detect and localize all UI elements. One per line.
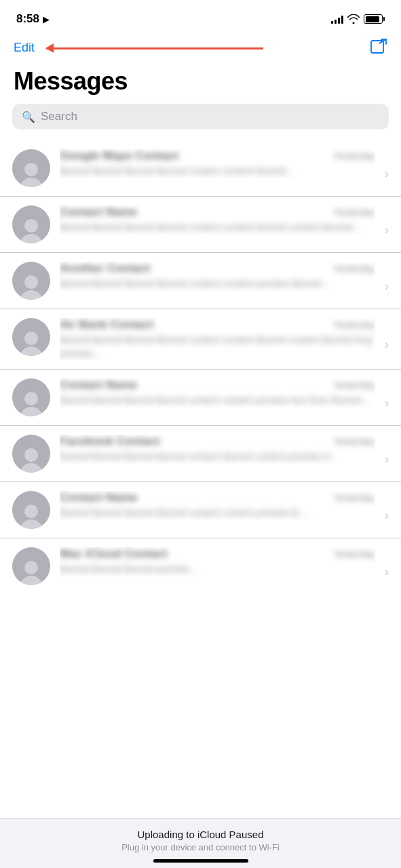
message-header-3: Another Contact Yesterday xyxy=(60,262,375,275)
avatar-6 xyxy=(12,435,50,473)
message-name-7: Contact Name xyxy=(60,491,328,505)
message-content-2: Contact Name Yesterday blurred blurred b… xyxy=(60,205,375,235)
location-icon: ▶ xyxy=(43,14,50,24)
message-preview-5: blurred blurred blurred blurred content … xyxy=(60,394,375,408)
avatar-person-icon xyxy=(20,163,43,187)
message-item-3[interactable]: Another Contact Yesterday blurred blurre… xyxy=(0,253,401,309)
message-preview-3: blurred blurred blurred blurred content … xyxy=(60,277,375,291)
arrow-head-icon xyxy=(45,43,54,53)
avatar-person-icon xyxy=(20,561,43,585)
message-time-4: Yesterday xyxy=(333,319,375,330)
wifi-icon xyxy=(347,14,360,24)
message-item-5[interactable]: Contact Name Yesterday blurred blurred b… xyxy=(0,370,401,426)
avatar-person-icon xyxy=(20,219,43,243)
message-time-5: Yesterday xyxy=(333,380,375,391)
message-time-1: Yesterday xyxy=(333,151,375,161)
message-content-4: Air Bank Contact Yesterday blurred blurr… xyxy=(60,318,375,360)
message-time-6: Yesterday xyxy=(333,436,375,447)
battery-icon xyxy=(364,14,385,24)
page-title: Messages xyxy=(0,63,401,104)
message-time-2: Yesterday xyxy=(333,207,375,218)
message-preview-6: blurred blurred blurred blurred content … xyxy=(60,450,375,464)
status-time: 8:58 xyxy=(16,12,39,26)
signal-bars-icon xyxy=(331,14,343,24)
search-bar[interactable]: 🔍 Search xyxy=(12,104,389,130)
message-name-4: Air Bank Contact xyxy=(60,318,328,332)
chevron-icon-1: › xyxy=(385,167,389,181)
search-placeholder: Search xyxy=(41,110,77,123)
message-item-7[interactable]: Contact Name Yesterday blurred blurred b… xyxy=(0,482,401,538)
avatar-7 xyxy=(12,491,50,529)
avatar-3 xyxy=(12,262,50,300)
chevron-icon-2: › xyxy=(385,223,389,237)
avatar-2 xyxy=(12,205,50,243)
avatar-1 xyxy=(12,149,50,187)
avatar-person-icon xyxy=(20,505,43,529)
message-content-5: Contact Name Yesterday blurred blurred b… xyxy=(60,378,375,408)
message-item-4[interactable]: Air Bank Contact Yesterday blurred blurr… xyxy=(0,309,401,370)
message-item-1[interactable]: Google Maps Contact Yesterday blurred bl… xyxy=(0,140,401,197)
message-content-7: Contact Name Yesterday blurred blurred b… xyxy=(60,491,375,520)
message-name-8: Mac iCloud Contact xyxy=(60,547,328,561)
edit-button[interactable]: Edit xyxy=(14,41,35,55)
message-preview-1: blurred blurred blurred blurred content … xyxy=(60,165,375,178)
chevron-icon-6: › xyxy=(385,452,389,467)
message-preview-7: blurred blurred blurred blurred content … xyxy=(60,507,375,520)
avatar-person-icon xyxy=(20,332,43,356)
message-preview-8: blurred blurred blurred preview... xyxy=(60,563,375,576)
message-content-6: Facebook Contact Yesterday blurred blurr… xyxy=(60,435,375,464)
chevron-icon-4: › xyxy=(385,338,389,352)
messages-list: Google Maps Contact Yesterday blurred bl… xyxy=(0,140,401,594)
message-preview-2: blurred blurred blurred blurred content … xyxy=(60,221,375,235)
message-time-3: Yesterday xyxy=(333,263,375,274)
message-header-8: Mac iCloud Contact Yesterday xyxy=(60,547,375,561)
avatar-4 xyxy=(12,318,50,356)
avatar-person-icon xyxy=(20,448,43,473)
chevron-icon-5: › xyxy=(385,396,389,410)
chevron-icon-7: › xyxy=(385,509,389,523)
message-name-2: Contact Name xyxy=(60,205,328,219)
home-indicator xyxy=(153,859,248,863)
message-header-2: Contact Name Yesterday xyxy=(60,205,375,219)
message-content-3: Another Contact Yesterday blurred blurre… xyxy=(60,262,375,291)
arrow-annotation xyxy=(46,45,277,52)
avatar-5 xyxy=(12,378,50,416)
message-preview-4: blurred blurred blurred blurred content … xyxy=(60,334,375,360)
message-header-5: Contact Name Yesterday xyxy=(60,378,375,392)
message-item-6[interactable]: Facebook Contact Yesterday blurred blurr… xyxy=(0,426,401,482)
message-name-6: Facebook Contact xyxy=(60,435,328,448)
avatar-8 xyxy=(12,547,50,585)
message-header-7: Contact Name Yesterday xyxy=(60,491,375,505)
message-time-8: Yesterday xyxy=(333,549,375,559)
message-header-4: Air Bank Contact Yesterday xyxy=(60,318,375,332)
message-header-6: Facebook Contact Yesterday xyxy=(60,435,375,448)
nav-bar: Edit xyxy=(0,35,401,63)
avatar-person-icon xyxy=(20,392,43,416)
message-content-8: Mac iCloud Contact Yesterday blurred blu… xyxy=(60,547,375,576)
status-icons xyxy=(331,14,385,24)
compose-button[interactable] xyxy=(370,38,387,58)
message-content-1: Google Maps Contact Yesterday blurred bl… xyxy=(60,149,375,178)
avatar-person-icon xyxy=(20,275,43,300)
message-header-1: Google Maps Contact Yesterday xyxy=(60,149,375,163)
compose-icon xyxy=(370,38,387,56)
status-bar: 8:58 ▶ xyxy=(0,0,401,35)
message-name-3: Another Contact xyxy=(60,262,328,275)
icloud-title: Uploading to iCloud Paused xyxy=(14,829,387,840)
bottom-bar: Uploading to iCloud Paused Plug in your … xyxy=(0,818,401,868)
message-time-7: Yesterday xyxy=(333,492,375,503)
chevron-icon-3: › xyxy=(385,279,389,294)
icloud-subtitle: Plug in your device and connect to Wi-Fi xyxy=(14,842,387,852)
message-name-1: Google Maps Contact xyxy=(60,149,328,163)
search-container: 🔍 Search xyxy=(0,104,401,140)
message-item-2[interactable]: Contact Name Yesterday blurred blurred b… xyxy=(0,197,401,253)
arrow-line xyxy=(46,47,263,50)
message-name-5: Contact Name xyxy=(60,378,328,392)
message-item-8[interactable]: Mac iCloud Contact Yesterday blurred blu… xyxy=(0,538,401,594)
search-icon: 🔍 xyxy=(22,111,35,123)
chevron-icon-8: › xyxy=(385,565,389,579)
